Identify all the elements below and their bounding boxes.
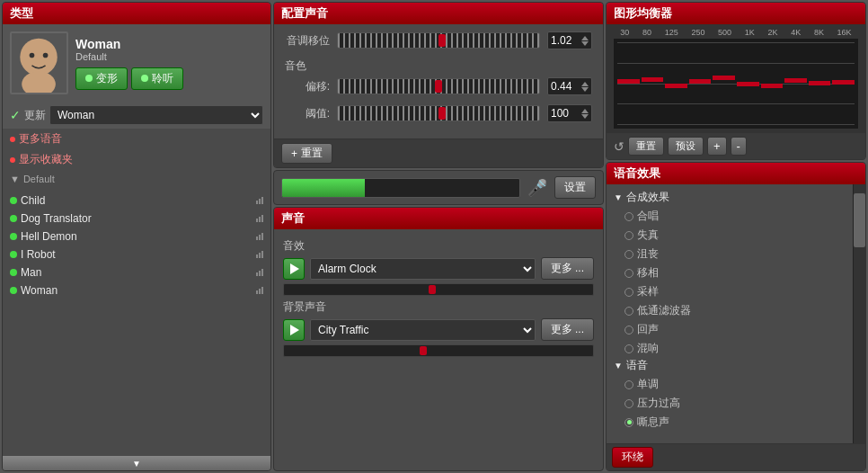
item-dot-woman: [10, 287, 17, 294]
eq-reset-button[interactable]: 重置: [628, 137, 664, 156]
bg-more-button[interactable]: 更多 ...: [541, 318, 594, 341]
voice-dropdown[interactable]: Woman: [49, 105, 263, 125]
transform-button[interactable]: 变形: [75, 67, 128, 90]
threshold-slider[interactable]: [337, 105, 540, 121]
synth-group-header[interactable]: ▼ 合成效果: [614, 190, 846, 205]
listen-button[interactable]: 聆听: [131, 67, 183, 90]
eq-bar-6[interactable]: [761, 42, 784, 125]
effect-hiss[interactable]: 嘶息声: [614, 413, 846, 432]
radio-phase: [624, 269, 633, 278]
default-section-header: ▼ Default: [3, 170, 270, 188]
avatar-face: [12, 33, 66, 93]
pitch-slider[interactable]: [337, 32, 540, 49]
check-icon: ✓: [10, 108, 21, 122]
tone-section-label: 音色: [285, 58, 592, 74]
effects-scrollbar[interactable]: [853, 184, 865, 443]
list-item[interactable]: I Robot: [3, 245, 270, 263]
eq-bar-3[interactable]: [689, 42, 712, 125]
eq-bar-9[interactable]: [832, 42, 855, 125]
avatar-sub: Default: [75, 51, 183, 62]
svg-point-4: [43, 53, 49, 58]
offset-value[interactable]: 0.44: [547, 77, 592, 95]
config-reset-button[interactable]: + 重置: [281, 143, 332, 164]
progress-section: 🎤 设置: [273, 170, 604, 205]
eq-plus-button[interactable]: +: [707, 137, 727, 156]
eq-bar-8[interactable]: [809, 42, 831, 125]
favorites-dot: [10, 157, 15, 163]
effect-frustrate[interactable]: 沮丧: [614, 245, 846, 263]
eq-bar-4[interactable]: [713, 42, 735, 125]
more-voices-link[interactable]: 更多语音: [3, 129, 270, 149]
offset-slider[interactable]: [337, 78, 540, 94]
settings-button[interactable]: 设置: [554, 176, 596, 199]
bg-select[interactable]: City Traffic: [310, 319, 536, 341]
avatar-info: Woman Default 变形 聆听: [75, 37, 183, 90]
left-panel: 类型 Woman Default: [2, 2, 271, 471]
eq-grid: [614, 39, 858, 129]
sfx-play-button[interactable]: [283, 258, 305, 280]
radio-reverb: [624, 344, 633, 353]
play-triangle-icon: [290, 263, 299, 274]
list-item[interactable]: Dog Translator: [3, 210, 270, 228]
eq-bars-container: [617, 42, 855, 125]
bg-row: City Traffic 更多 ...: [283, 318, 594, 341]
right-panel: 图形均衡器 30 80 125 250 500 1K 2K 4K 8K 16K: [606, 2, 866, 471]
eq-bar-5[interactable]: [737, 42, 759, 125]
effect-monotone[interactable]: 单调: [614, 375, 846, 394]
eq-labels: 30 80 125 250 500 1K 2K 4K 8K 16K: [614, 28, 858, 37]
bg-volume-slider[interactable]: [283, 344, 594, 357]
eq-minus-button[interactable]: -: [731, 137, 747, 156]
update-button[interactable]: 更新: [24, 108, 46, 123]
eq-bar-0[interactable]: [617, 42, 640, 125]
effect-lowpass[interactable]: 低通滤波器: [614, 301, 846, 320]
eq-panel: 图形均衡器 30 80 125 250 500 1K 2K 4K 8K 16K: [606, 2, 866, 160]
effect-pressure[interactable]: 压力过高: [614, 394, 846, 413]
avatar-buttons: 变形 聆听: [75, 67, 183, 90]
eq-bar-7[interactable]: [784, 42, 807, 125]
pitch-value[interactable]: 1.02: [547, 31, 592, 49]
list-item[interactable]: Child: [3, 192, 270, 210]
effect-reverb[interactable]: 混响: [614, 339, 846, 358]
eq-bar-2[interactable]: [665, 42, 687, 125]
list-item[interactable]: Man: [3, 263, 270, 281]
sfx-more-button[interactable]: 更多 ...: [541, 257, 594, 280]
pitch-label: 音调移位: [285, 33, 330, 49]
sound-panel-header: 声音: [274, 208, 603, 229]
left-panel-header: 类型: [3, 3, 270, 24]
favorites-link[interactable]: 显示收藏夹: [3, 149, 270, 170]
sfx-volume-slider[interactable]: [283, 283, 594, 296]
list-item[interactable]: Woman: [3, 281, 270, 299]
surround-button[interactable]: 环绕: [612, 447, 653, 468]
threshold-row: 阈值: 100: [285, 104, 592, 122]
sfx-select[interactable]: Alarm Clock: [310, 258, 536, 280]
offset-label: 偏移:: [285, 79, 330, 94]
effect-distort[interactable]: 失真: [614, 226, 846, 245]
radio-distort: [624, 231, 633, 240]
effect-phase[interactable]: 移相: [614, 263, 846, 282]
voice-arrow-icon: ▼: [614, 361, 623, 370]
effects-scroll-thumb: [854, 193, 865, 247]
item-dot-child: [10, 197, 17, 204]
progress-fill: [282, 179, 365, 197]
synth-arrow-icon: ▼: [614, 192, 623, 202]
radio-echo: [624, 326, 633, 335]
threshold-value[interactable]: 100: [547, 104, 592, 122]
eq-body: 30 80 125 250 500 1K 2K 4K 8K 16K: [607, 24, 865, 132]
radio-lowpass: [624, 307, 633, 316]
child-bars: [256, 197, 263, 204]
effect-echo[interactable]: 回声: [614, 320, 846, 339]
bg-play-button[interactable]: [283, 319, 305, 341]
radio-chorus: [624, 212, 633, 221]
effect-chorus[interactable]: 合唱: [614, 207, 846, 226]
voice-group-header[interactable]: ▼ 语音: [614, 358, 846, 373]
effect-sample[interactable]: 采样: [614, 282, 846, 301]
list-item[interactable]: Hell Demon: [3, 228, 270, 245]
offset-row: 偏移: 0.44: [285, 77, 592, 95]
scroll-down-button[interactable]: ▼: [3, 456, 270, 470]
microphone-icon: 🎤: [527, 178, 547, 198]
sound-body: 音效 Alarm Clock 更多 ... 背景声音: [274, 229, 603, 366]
eq-preset-button[interactable]: 预设: [668, 137, 704, 156]
radio-pressure: [624, 399, 633, 408]
eq-bar-1[interactable]: [642, 42, 664, 125]
effects-content: ▼ 合成效果 合唱 失真 沮丧: [607, 184, 865, 443]
